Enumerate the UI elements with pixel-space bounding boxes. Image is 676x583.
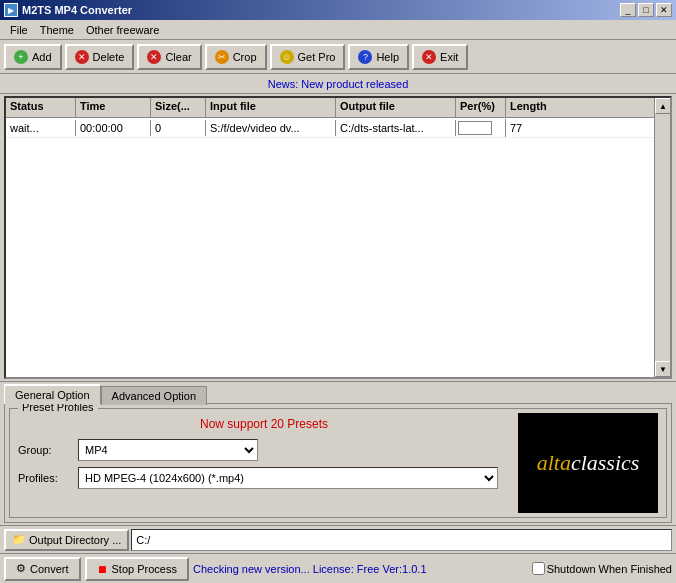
stop-button[interactable]: ⏹ Stop Process: [85, 557, 189, 581]
output-dir-row: 📁 Output Directory ...: [0, 525, 676, 553]
col-header-status: Status: [6, 98, 76, 117]
help-button[interactable]: ? Help: [348, 44, 409, 70]
delete-button[interactable]: ✕ Delete: [65, 44, 135, 70]
close-button[interactable]: ✕: [656, 3, 672, 17]
progress-box: [458, 121, 492, 135]
col-header-length: Length: [506, 98, 670, 117]
col-header-size: Size(...: [151, 98, 206, 117]
add-button[interactable]: + Add: [4, 44, 62, 70]
bottom-bar: ⚙ Convert ⏹ Stop Process Checking new ve…: [0, 553, 676, 583]
scroll-track[interactable]: [655, 114, 670, 361]
scroll-down-arrow[interactable]: ▼: [655, 361, 671, 377]
clear-button[interactable]: ✕ Clear: [137, 44, 201, 70]
menu-other[interactable]: Other freeware: [80, 22, 165, 38]
cell-output: C:/dts-starts-lat...: [336, 120, 456, 136]
getpro-icon: ☺: [280, 50, 294, 64]
profiles-label: Profiles:: [18, 472, 78, 484]
minimize-button[interactable]: _: [620, 3, 636, 17]
profiles-row: Profiles: HD MPEG-4 (1024x600) (*.mp4) H…: [18, 467, 510, 489]
menu-bar: File Theme Other freeware: [0, 20, 676, 40]
cell-status: wait...: [6, 120, 76, 136]
options-panel: Preset Profiles Now support 20 Presets G…: [4, 403, 672, 523]
convert-icon: ⚙: [16, 562, 26, 575]
support-text: Now support 20 Presets: [18, 413, 510, 439]
col-header-input: Input file: [206, 98, 336, 117]
getpro-button[interactable]: ☺ Get Pro: [270, 44, 346, 70]
tabs-bar: General Option Advanced Option: [0, 382, 676, 403]
status-text: Checking new version... License: Free Ve…: [193, 563, 528, 575]
menu-file[interactable]: File: [4, 22, 34, 38]
alta-logo: altaclassics: [537, 450, 640, 476]
shutdown-label: Shutdown When Finished: [547, 563, 672, 575]
cell-length: 77: [506, 120, 670, 136]
add-icon: +: [14, 50, 28, 64]
output-dir-button[interactable]: 📁 Output Directory ...: [4, 529, 129, 551]
file-list-area: Status Time Size(... Input file Output f…: [4, 96, 672, 379]
preset-left: Now support 20 Presets Group: MP4 AVI MK…: [18, 413, 510, 495]
tab-advanced[interactable]: Advanced Option: [101, 386, 207, 405]
app-title: M2TS MP4 Converter: [22, 4, 132, 16]
group-row: Group: MP4 AVI MKV: [18, 439, 510, 461]
delete-icon: ✕: [75, 50, 89, 64]
title-bar: ▶ M2TS MP4 Converter _ □ ✕: [0, 0, 676, 20]
clear-icon: ✕: [147, 50, 161, 64]
preset-group: Preset Profiles Now support 20 Presets G…: [9, 408, 667, 518]
col-header-output: Output file: [336, 98, 456, 117]
crop-button[interactable]: ✂ Crop: [205, 44, 267, 70]
toolbar: + Add ✕ Delete ✕ Clear ✂ Crop ☺ Get Pro …: [0, 40, 676, 74]
file-list: Status Time Size(... Input file Output f…: [4, 96, 672, 379]
col-header-per: Per(%): [456, 98, 506, 117]
convert-button[interactable]: ⚙ Convert: [4, 557, 81, 581]
folder-icon: 📁: [12, 533, 26, 546]
maximize-button[interactable]: □: [638, 3, 654, 17]
output-dir-input[interactable]: [131, 529, 672, 551]
col-header-time: Time: [76, 98, 151, 117]
menu-theme[interactable]: Theme: [34, 22, 80, 38]
cell-per: [456, 119, 506, 137]
shutdown-checkbox[interactable]: [532, 562, 545, 575]
group-label: Group:: [18, 444, 78, 456]
news-text: News: New product released: [268, 78, 409, 90]
exit-button[interactable]: ✕ Exit: [412, 44, 468, 70]
table-row[interactable]: wait... 00:00:00 0 S:/f/dev/video dv... …: [6, 118, 670, 138]
shutdown-row: Shutdown When Finished: [532, 562, 672, 575]
scroll-up-arrow[interactable]: ▲: [655, 98, 671, 114]
news-bar: News: New product released: [0, 74, 676, 94]
cell-size: 0: [151, 120, 206, 136]
scrollbar-vertical[interactable]: ▲ ▼: [654, 98, 670, 377]
profiles-select[interactable]: HD MPEG-4 (1024x600) (*.mp4) HD MPEG-4 (…: [78, 467, 498, 489]
window-controls: _ □ ✕: [620, 3, 672, 17]
stop-icon: ⏹: [97, 563, 108, 575]
crop-icon: ✂: [215, 50, 229, 64]
file-list-header: Status Time Size(... Input file Output f…: [6, 98, 670, 118]
tab-general[interactable]: General Option: [4, 384, 101, 404]
tabs-section: General Option Advanced Option: [0, 381, 676, 403]
cell-time: 00:00:00: [76, 120, 151, 136]
app-icon: ▶: [4, 3, 18, 17]
help-icon: ?: [358, 50, 372, 64]
logo-container: altaclassics: [518, 413, 658, 513]
cell-input: S:/f/dev/video dv...: [206, 120, 336, 136]
group-select[interactable]: MP4 AVI MKV: [78, 439, 258, 461]
exit-icon: ✕: [422, 50, 436, 64]
preset-content: Now support 20 Presets Group: MP4 AVI MK…: [18, 413, 658, 513]
